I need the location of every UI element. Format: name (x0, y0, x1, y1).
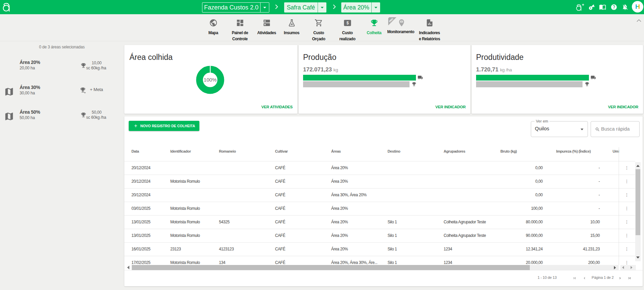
svg-text:100%: 100% (204, 77, 217, 83)
svg-text:$: $ (346, 21, 349, 26)
